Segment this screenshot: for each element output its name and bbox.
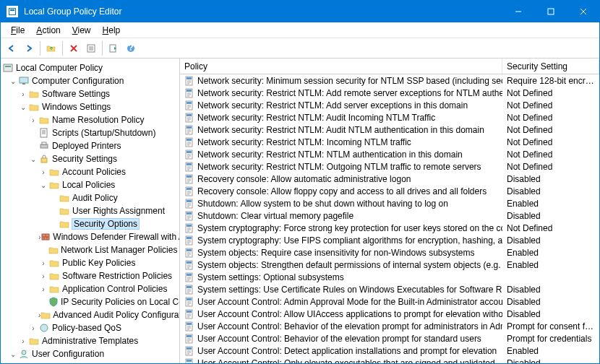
tree-user-software[interactable]: ›Software Settings	[1, 360, 179, 363]
up-button[interactable]	[43, 40, 59, 56]
svg-rect-56	[187, 225, 192, 227]
policy-row[interactable]: User Account Control: Allow UIAccess app…	[180, 308, 599, 320]
policy-row[interactable]: System settings: Optional subsystems	[180, 271, 599, 283]
policy-item-icon	[184, 174, 194, 184]
expand-icon[interactable]: ›	[38, 272, 48, 280]
collapse-icon[interactable]: ⌄	[8, 350, 18, 358]
policy-row[interactable]: Network security: Restrict NTLM: Audit I…	[180, 111, 599, 124]
policy-row[interactable]: System settings: Use Certificate Rules o…	[180, 283, 599, 295]
tree-advanced-audit[interactable]: ›Advanced Audit Policy Configuration	[1, 308, 179, 321]
menu-action[interactable]: Action	[30, 24, 66, 37]
policy-setting-cell: Enabled	[502, 248, 599, 258]
policy-row[interactable]: System objects: Strengthen default permi…	[180, 259, 599, 271]
policy-name-cell: System objects: Require case insensitivi…	[180, 248, 502, 258]
policy-row[interactable]: Network security: Restrict NTLM: Add rem…	[180, 87, 599, 99]
svg-rect-58	[187, 237, 192, 239]
menu-file[interactable]: File	[5, 24, 30, 37]
export-button[interactable]	[106, 40, 121, 56]
tree-name-resolution[interactable]: ›Name Resolution Policy	[1, 113, 179, 126]
tree-firewall[interactable]: ›Windows Defender Firewall with Advanced	[1, 230, 179, 243]
policy-root-icon	[2, 62, 14, 74]
policy-row[interactable]: Network security: Restrict NTLM: Add ser…	[180, 99, 599, 111]
policy-list-body[interactable]: Network security: Minimum session securi…	[180, 74, 599, 363]
tree-software-settings[interactable]: ›Software Settings	[1, 87, 179, 100]
tree-network-list[interactable]: Network List Manager Policies	[1, 243, 179, 256]
collapse-icon[interactable]: ⌄	[18, 103, 28, 111]
properties-button[interactable]	[83, 40, 99, 56]
tree-user-configuration[interactable]: ⌄User Configuration	[1, 347, 179, 360]
menu-help[interactable]: Help	[97, 24, 127, 37]
tree-app-control[interactable]: ›Application Control Policies	[1, 282, 179, 295]
policy-row[interactable]: User Account Control: Behavior of the el…	[180, 320, 599, 332]
policy-row[interactable]: Network security: Minimum session securi…	[180, 74, 599, 87]
expand-icon[interactable]: ›	[18, 90, 28, 98]
policy-row[interactable]: Shutdown: Clear virtual memory pagefileD…	[180, 209, 599, 222]
policy-row[interactable]: Network security: Restrict NTLM: Outgoin…	[180, 160, 599, 173]
tree-security-settings[interactable]: ⌄Security Settings	[1, 152, 179, 165]
policy-row[interactable]: User Account Control: Only elevate execu…	[180, 357, 599, 363]
expand-icon[interactable]: ›	[18, 363, 28, 364]
toolbar-separator	[40, 41, 40, 56]
policy-name-cell: Shutdown: Clear virtual memory pagefile	[180, 211, 502, 221]
policy-row[interactable]: Network security: Restrict NTLM: Incomin…	[180, 136, 599, 148]
collapse-icon[interactable]: ⌄	[8, 77, 18, 85]
tree-windows-settings[interactable]: ⌄Windows Settings	[1, 100, 179, 113]
tree-computer-configuration[interactable]: ⌄ Computer Configuration	[1, 74, 179, 87]
policy-row[interactable]: User Account Control: Admin Approval Mod…	[180, 295, 599, 308]
tree-public-key[interactable]: ›Public Key Policies	[1, 256, 179, 269]
tree-local-policies[interactable]: ⌄Local Policies	[1, 178, 179, 191]
expand-icon[interactable]: ›	[38, 259, 48, 267]
svg-rect-78	[187, 360, 192, 362]
policy-item-icon	[184, 100, 194, 110]
policy-item-icon	[184, 260, 194, 270]
policy-row[interactable]: User Account Control: Detect application…	[180, 344, 599, 357]
tree-admin-templates[interactable]: ›Administrative Templates	[1, 334, 179, 347]
delete-button[interactable]	[66, 40, 82, 56]
tree-security-options[interactable]: Security Options	[1, 217, 179, 230]
tree-account-policies[interactable]: ›Account Policies	[1, 165, 179, 178]
folder-icon	[38, 114, 50, 126]
policy-row[interactable]: Network security: Restrict NTLM: Audit N…	[180, 124, 599, 136]
tree-user-rights[interactable]: User Rights Assignment	[1, 204, 179, 217]
policy-name-cell: Network security: Restrict NTLM: Add ser…	[180, 100, 502, 110]
back-button[interactable]	[4, 40, 20, 56]
column-policy[interactable]: Policy	[180, 59, 502, 74]
policy-row[interactable]: Network security: Restrict NTLM: NTLM au…	[180, 148, 599, 160]
svg-rect-36	[187, 102, 192, 104]
navigation-tree[interactable]: Local Computer Policy ⌄ Computer Configu…	[1, 58, 180, 363]
svg-rect-46	[187, 163, 192, 165]
policy-row[interactable]: System objects: Require case insensitivi…	[180, 246, 599, 259]
policy-name-label: Shutdown: Clear virtual memory pagefile	[197, 211, 353, 221]
expand-icon[interactable]: ›	[38, 168, 48, 176]
expand-icon[interactable]: ›	[28, 324, 38, 332]
policy-row[interactable]: Shutdown: Allow system to be shut down w…	[180, 197, 599, 209]
folder-icon	[28, 88, 40, 100]
policy-row[interactable]: System cryptography: Force strong key pr…	[180, 222, 599, 234]
menu-view[interactable]: View	[67, 24, 97, 37]
svg-rect-20	[40, 129, 47, 137]
tree-root[interactable]: Local Computer Policy	[1, 61, 179, 74]
expand-icon[interactable]: ›	[28, 116, 38, 124]
collapse-icon[interactable]: ⌄	[28, 155, 38, 163]
close-button[interactable]	[567, 1, 599, 22]
tree-qos[interactable]: ›Policy-based QoS	[1, 321, 179, 334]
tree-scripts[interactable]: Scripts (Startup/Shutdown)	[1, 126, 179, 139]
column-setting[interactable]: Security Setting	[502, 59, 599, 74]
expand-icon[interactable]: ›	[38, 285, 48, 293]
tree-ipsec[interactable]: IP Security Policies on Local Computer	[1, 295, 179, 308]
policy-row[interactable]: System cryptography: Use FIPS compliant …	[180, 234, 599, 246]
policy-row[interactable]: Recovery console: Allow floppy copy and …	[180, 185, 599, 197]
tree-software-restriction[interactable]: ›Software Restriction Policies	[1, 269, 179, 282]
forward-button[interactable]	[21, 40, 37, 56]
tree-deployed-printers[interactable]: Deployed Printers	[1, 139, 179, 152]
policy-item-icon	[184, 88, 194, 98]
expand-icon[interactable]: ›	[18, 337, 28, 345]
help-button[interactable]: ?	[123, 40, 139, 56]
minimize-button[interactable]	[502, 1, 534, 22]
policy-row[interactable]: User Account Control: Behavior of the el…	[180, 332, 599, 344]
maximize-button[interactable]	[534, 1, 567, 22]
tree-audit-policy[interactable]: Audit Policy	[1, 191, 179, 204]
policy-row[interactable]: Recovery console: Allow automatic admini…	[180, 173, 599, 185]
policy-setting-cell: Require 128-bit encrypti	[502, 76, 599, 86]
collapse-icon[interactable]: ⌄	[38, 181, 48, 189]
